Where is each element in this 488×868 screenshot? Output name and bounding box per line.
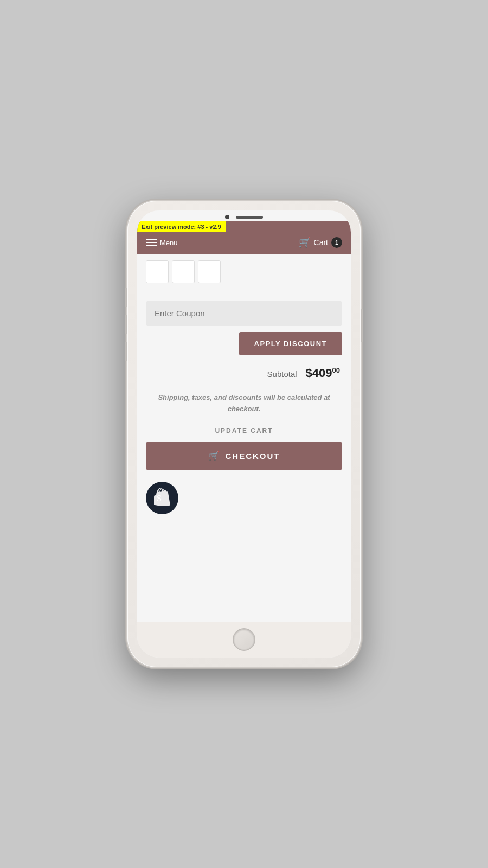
- checkout-button[interactable]: 🛒 CHECKOUT: [146, 442, 342, 470]
- cart-area[interactable]: 🛒 Cart 1: [299, 237, 342, 248]
- menu-label[interactable]: Menu: [160, 239, 178, 247]
- phone-screen: Exit preview mode: #3 - v2.9 Menu 🛒 Cart…: [137, 210, 351, 658]
- shopify-badge: S: [146, 482, 178, 514]
- checkout-label: CHECKOUT: [226, 451, 280, 461]
- header-bar: Exit preview mode: #3 - v2.9 Menu 🛒 Cart…: [137, 221, 351, 254]
- phone-device: Exit preview mode: #3 - v2.9 Menu 🛒 Cart…: [127, 201, 361, 667]
- product-images-row: [146, 254, 342, 288]
- section-divider: [146, 292, 342, 292]
- cart-label[interactable]: Cart: [314, 238, 328, 247]
- coupon-input[interactable]: [146, 301, 342, 326]
- subtotal-amount: $40900: [306, 366, 340, 380]
- product-image-3: [198, 260, 221, 283]
- content-area: APPLY DISCOUNT Subtotal $40900 Shipping,…: [137, 254, 351, 622]
- front-camera-icon: [225, 215, 229, 219]
- shopify-logo-letter: S: [154, 487, 170, 509]
- phone-notch: [137, 210, 351, 221]
- subtotal-label: Subtotal: [267, 369, 297, 379]
- speaker-grille: [236, 216, 263, 219]
- product-image-1: [146, 260, 169, 283]
- checkout-cart-icon: 🛒: [208, 451, 220, 461]
- subtotal-cents: 00: [332, 366, 340, 374]
- cart-count-badge: 1: [331, 237, 342, 248]
- home-button-area: [137, 622, 351, 658]
- shipping-notice: Shipping, taxes, and discounts will be c…: [146, 392, 342, 415]
- home-button[interactable]: [233, 628, 255, 651]
- subtotal-row: Subtotal $40900: [146, 366, 342, 380]
- preview-mode-badge[interactable]: Exit preview mode: #3 - v2.9: [137, 221, 226, 232]
- update-cart-button[interactable]: UPDATE CART: [215, 427, 273, 435]
- product-image-2: [172, 260, 195, 283]
- hamburger-icon[interactable]: [146, 239, 157, 246]
- apply-discount-button[interactable]: APPLY DISCOUNT: [239, 332, 342, 355]
- svg-text:S: S: [157, 494, 162, 503]
- cart-icon: 🛒: [299, 237, 311, 248]
